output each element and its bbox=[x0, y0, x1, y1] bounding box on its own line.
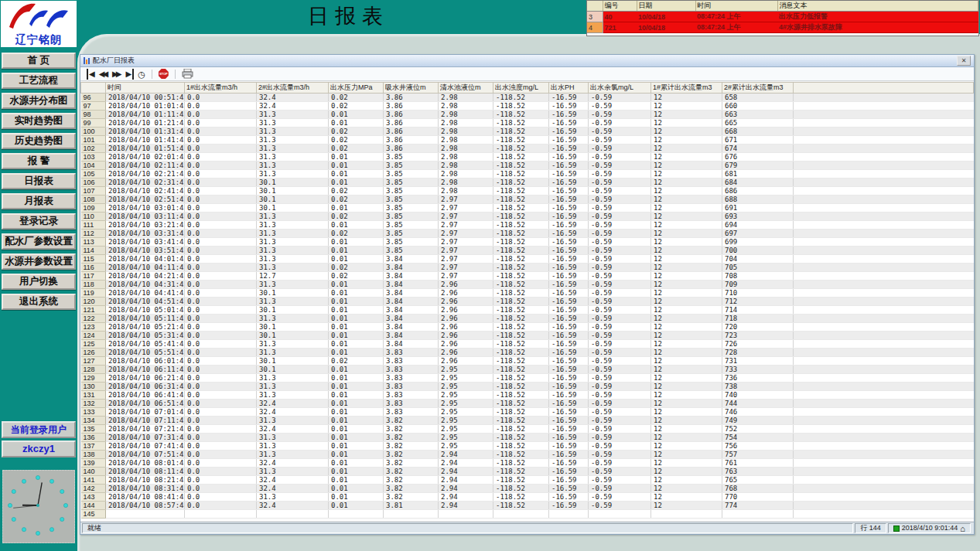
column-header[interactable]: 清水池液位m bbox=[439, 83, 493, 94]
table-row[interactable]: 1002018/04/10 01:31:430.031.30.023.862.9… bbox=[81, 128, 974, 136]
table-row[interactable]: 1032018/04/10 02:01:430.031.30.013.852.9… bbox=[81, 153, 974, 162]
cell: 710 bbox=[722, 289, 794, 298]
table-row[interactable]: 972018/04/10 01:01:430.032.40.023.862.98… bbox=[81, 102, 974, 111]
table-row[interactable]: 1192018/04/10 04:41:430.030.10.013.842.9… bbox=[81, 289, 974, 298]
table-row[interactable]: 1202018/04/10 04:51:430.031.30.013.842.9… bbox=[81, 298, 974, 306]
column-header[interactable]: 时间 bbox=[106, 83, 185, 94]
table-row[interactable]: 1152018/04/10 04:01:430.031.30.013.842.9… bbox=[81, 255, 974, 264]
cell: -118.52 bbox=[493, 476, 549, 485]
table-row[interactable]: 1382018/04/10 07:51:430.031.30.013.822.9… bbox=[81, 451, 974, 459]
sidebar-item-switch-user[interactable]: 用户切换 bbox=[2, 274, 76, 290]
sidebar-item-plant-param-settings[interactable]: 配水厂参数设置 bbox=[2, 233, 76, 250]
sidebar-item-daily-report[interactable]: 日报表 bbox=[2, 173, 76, 189]
table-row[interactable]: 1052018/04/10 02:21:430.031.30.013.852.9… bbox=[81, 170, 974, 179]
table-row[interactable]: 1112018/04/10 03:21:430.031.30.013.852.9… bbox=[81, 221, 974, 230]
last-record-icon[interactable]: ▶ bbox=[125, 69, 134, 80]
clock-face-icon bbox=[3, 471, 73, 540]
cell: 0.0 bbox=[185, 502, 257, 510]
table-row[interactable]: 1082018/04/10 02:51:430.030.10.023.852.9… bbox=[81, 196, 974, 204]
cell: -16.59 bbox=[549, 340, 589, 349]
previous-page-icon[interactable]: ◀◀ bbox=[99, 69, 108, 80]
row-number-cell: 129 bbox=[81, 374, 106, 383]
sidebar-item-monthly-report[interactable]: 月报表 bbox=[2, 193, 76, 209]
table-row[interactable]: 1342018/04/10 07:11:430.031.30.013.822.9… bbox=[81, 417, 974, 425]
cell: 3.84 bbox=[384, 332, 439, 340]
first-record-icon[interactable]: ◀ bbox=[87, 69, 95, 80]
next-page-icon[interactable]: ▶▶ bbox=[112, 69, 121, 80]
table-row[interactable]: 1422018/04/10 08:31:430.032.40.013.822.9… bbox=[81, 485, 974, 493]
table-row[interactable]: 1302018/04/10 06:31:430.031.30.013.832.9… bbox=[81, 383, 974, 391]
sidebar-item-history-trend[interactable]: 历史趋势图 bbox=[2, 133, 76, 149]
table-row[interactable]: 1122018/04/10 03:31:430.031.30.023.852.9… bbox=[81, 230, 974, 238]
table-row[interactable]: 1022018/04/10 01:51:430.031.30.023.862.9… bbox=[81, 145, 974, 153]
table-row[interactable]: 1232018/04/10 05:21:430.030.10.013.842.9… bbox=[81, 323, 974, 332]
column-header[interactable] bbox=[81, 83, 106, 94]
sidebar-item-alarm[interactable]: 报 警 bbox=[2, 153, 76, 169]
report-table-viewport[interactable]: 时间1#出水流量m3/h2#出水流量m3/h出水压力MPa吸水井液位m清水池液位… bbox=[80, 82, 974, 521]
table-row[interactable]: 1322018/04/10 06:51:430.032.40.013.832.9… bbox=[81, 400, 974, 408]
sidebar-item-home[interactable]: 首 页 bbox=[2, 53, 76, 69]
column-header[interactable]: 1#累计出水流量m3 bbox=[651, 83, 722, 94]
table-row[interactable]: 1172018/04/10 04:21:430.012.70.023.842.9… bbox=[81, 272, 974, 281]
table-row[interactable]: 1372018/04/10 07:41:430.031.30.013.822.9… bbox=[81, 442, 974, 451]
table-row[interactable]: 1102018/04/10 03:11:430.031.30.023.852.9… bbox=[81, 213, 974, 221]
table-row[interactable]: 1442018/04/10 08:57:440.032.40.013.812.9… bbox=[81, 502, 974, 510]
table-row[interactable]: 1432018/04/10 08:41:430.031.30.013.822.9… bbox=[81, 493, 974, 502]
table-row[interactable]: 1132018/04/10 03:41:430.031.30.013.852.9… bbox=[81, 238, 974, 247]
table-row[interactable]: 1242018/04/10 05:31:430.030.10.013.842.9… bbox=[81, 332, 974, 340]
table-row[interactable]: 1142018/04/10 03:51:430.031.30.013.852.9… bbox=[81, 247, 974, 255]
table-row[interactable]: 145 bbox=[81, 510, 974, 519]
sidebar-item-login-records[interactable]: 登录记录 bbox=[2, 213, 76, 230]
table-row[interactable]: 1332018/04/10 07:01:430.032.40.013.832.9… bbox=[81, 408, 974, 417]
table-row[interactable]: 1412018/04/10 08:21:430.032.40.013.822.9… bbox=[81, 476, 974, 485]
table-row[interactable]: 1352018/04/10 07:21:430.032.40.013.822.9… bbox=[81, 425, 974, 434]
cell: 2018/04/10 07:31:43 bbox=[106, 434, 185, 442]
sidebar-item-exit-system[interactable]: 退出系统 bbox=[2, 294, 76, 310]
column-header[interactable]: 吸水井液位m bbox=[384, 83, 439, 94]
table-row[interactable]: 1012018/04/10 01:41:430.031.30.023.862.9… bbox=[81, 136, 974, 145]
column-header[interactable]: 2#累计出水流量m3 bbox=[722, 83, 794, 94]
column-header[interactable]: 1#出水流量m3/h bbox=[185, 83, 257, 94]
table-row[interactable]: 992018/04/10 01:21:430.031.30.013.862.98… bbox=[81, 119, 974, 128]
alarm-row[interactable]: 34010/04/1808:47:24 上午出水压力低报警 bbox=[587, 12, 978, 22]
table-row[interactable]: 1282018/04/10 06:11:430.030.10.013.832.9… bbox=[81, 366, 974, 374]
report-window-titlebar[interactable]: 配水厂日报表 ✕ bbox=[80, 55, 974, 67]
table-row[interactable]: 962018/04/10 00:51:430.032.40.023.862.98… bbox=[81, 94, 974, 102]
table-row[interactable]: 1062018/04/10 02:31:430.030.10.013.852.9… bbox=[81, 179, 974, 187]
cell: 2.94 bbox=[439, 468, 493, 476]
sidebar-item-well-distribution-map[interactable]: 水源井分布图 bbox=[2, 93, 76, 109]
table-row[interactable]: 1252018/04/10 05:41:430.031.30.013.842.9… bbox=[81, 340, 974, 349]
table-row[interactable]: 1042018/04/10 02:11:430.031.30.013.852.9… bbox=[81, 162, 974, 170]
table-row[interactable]: 1072018/04/10 02:41:430.030.10.023.852.9… bbox=[81, 187, 974, 196]
table-row[interactable]: 1162018/04/10 04:11:430.031.30.023.842.9… bbox=[81, 264, 974, 272]
cell-filler bbox=[794, 179, 974, 187]
print-icon[interactable] bbox=[182, 69, 193, 79]
table-row[interactable]: 1212018/04/10 05:01:430.030.10.013.842.9… bbox=[81, 306, 974, 315]
stop-icon[interactable]: STOP bbox=[159, 69, 169, 79]
table-row[interactable]: 1182018/04/10 04:31:430.031.30.013.842.9… bbox=[81, 281, 974, 289]
table-row[interactable]: 1092018/04/10 03:01:430.030.10.013.852.9… bbox=[81, 204, 974, 213]
column-header[interactable]: 出水压力MPa bbox=[329, 83, 384, 94]
column-header[interactable]: 出水余氯mg/L bbox=[589, 83, 651, 94]
cell: -16.59 bbox=[549, 315, 589, 323]
sidebar-item-realtime-trend[interactable]: 实时趋势图 bbox=[2, 113, 76, 129]
table-row[interactable]: 1362018/04/10 07:31:430.031.30.013.822.9… bbox=[81, 434, 974, 442]
table-row[interactable]: 982018/04/10 01:11:430.031.30.013.862.98… bbox=[81, 111, 974, 119]
clock-refresh-icon[interactable]: ◷ bbox=[138, 69, 145, 80]
column-header[interactable]: 2#出水流量m3/h bbox=[257, 83, 329, 94]
column-header[interactable]: 出水PH bbox=[549, 83, 589, 94]
cell: -0.59 bbox=[589, 451, 651, 459]
column-header[interactable]: 出水浊度mg/L bbox=[493, 83, 549, 94]
table-row[interactable]: 1402018/04/10 08:11:430.031.30.013.822.9… bbox=[81, 468, 974, 476]
table-row[interactable]: 1312018/04/10 06:41:430.031.30.013.832.9… bbox=[81, 391, 974, 400]
table-row[interactable]: 1272018/04/10 06:01:430.030.10.023.832.9… bbox=[81, 357, 974, 366]
table-row[interactable]: 1222018/04/10 05:11:430.031.30.013.842.9… bbox=[81, 315, 974, 323]
home-icon[interactable]: ⌂ bbox=[960, 525, 965, 532]
alarm-row[interactable]: 472110/04/1808:47:24 上午4#水源井排水泵故障 bbox=[587, 22, 978, 33]
table-row[interactable]: 1392018/04/10 08:01:430.032.40.013.822.9… bbox=[81, 459, 974, 468]
table-row[interactable]: 1292018/04/10 06:21:430.031.30.013.832.9… bbox=[81, 374, 974, 383]
sidebar-item-process-flow[interactable]: 工艺流程 bbox=[2, 73, 76, 89]
table-row[interactable]: 1262018/04/10 05:51:430.031.30.013.832.9… bbox=[81, 349, 974, 357]
sidebar-item-well-param-settings[interactable]: 水源井参数设置 bbox=[2, 253, 76, 270]
close-icon[interactable]: ✕ bbox=[957, 56, 971, 66]
